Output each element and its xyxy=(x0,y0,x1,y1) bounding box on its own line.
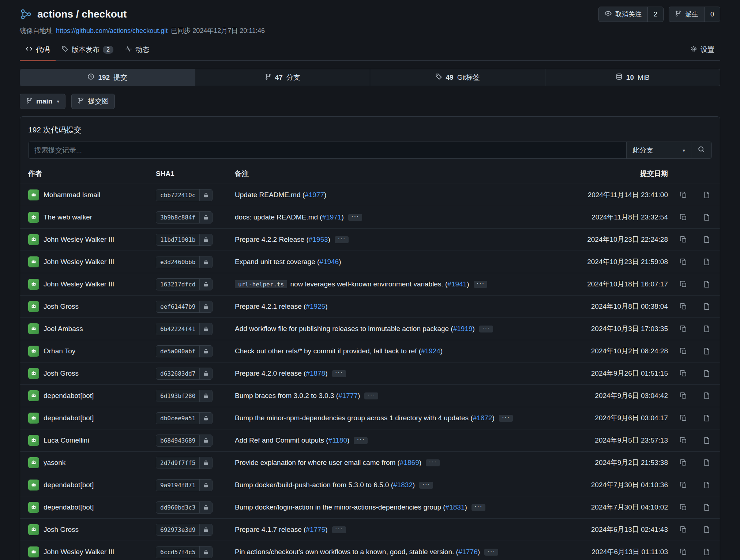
expand-commit-message-button[interactable]: ··· xyxy=(348,214,362,221)
browse-source-icon[interactable] xyxy=(703,392,710,399)
pr-link[interactable]: #1925 xyxy=(306,302,325,310)
commit-author[interactable]: yasonk xyxy=(28,457,156,468)
tab-releases[interactable]: 版本发布 2 xyxy=(56,40,119,61)
copy-sha-icon[interactable] xyxy=(680,481,687,489)
commit-author[interactable]: dependabot[bot] xyxy=(28,502,156,513)
commit-author[interactable]: John Wesley Walker III xyxy=(28,256,156,267)
browse-source-icon[interactable] xyxy=(703,325,710,332)
pr-link[interactable]: #1777 xyxy=(338,392,358,399)
commit-sha-badge[interactable]: e3d2460bbb xyxy=(156,256,213,268)
browse-source-icon[interactable] xyxy=(703,504,710,511)
commit-sha-badge[interactable]: cbb722410c xyxy=(156,189,213,201)
commit-sha-badge[interactable]: eef61447b9 xyxy=(156,301,213,313)
commit-sha-badge[interactable]: db0cee9a51 xyxy=(156,412,213,424)
copy-sha-icon[interactable] xyxy=(680,370,687,377)
commit-search-input[interactable] xyxy=(28,142,626,159)
browse-source-icon[interactable] xyxy=(703,459,710,466)
pr-link[interactable]: #1919 xyxy=(453,325,473,332)
copy-sha-icon[interactable] xyxy=(680,459,687,466)
copy-sha-icon[interactable] xyxy=(680,303,687,310)
browse-source-icon[interactable] xyxy=(703,370,710,377)
browse-source-icon[interactable] xyxy=(703,526,710,533)
expand-commit-message-button[interactable]: ··· xyxy=(335,236,349,243)
copy-sha-icon[interactable] xyxy=(680,258,687,266)
pr-link[interactable]: #1941 xyxy=(447,280,467,288)
commit-sha-badge[interactable]: d632683dd7 xyxy=(156,368,213,380)
browse-source-icon[interactable] xyxy=(703,303,710,310)
commit-sha-badge[interactable]: dd960bd3c3 xyxy=(156,501,213,514)
repo-title[interactable]: actions / checkout xyxy=(37,8,127,20)
commit-author[interactable]: dependabot[bot] xyxy=(28,413,156,424)
commit-author[interactable]: dependabot[bot] xyxy=(28,480,156,491)
commit-author[interactable]: John Wesley Walker III xyxy=(28,234,156,245)
tab-activity[interactable]: 动态 xyxy=(119,40,155,61)
commit-sha-badge[interactable]: 3b9b8c884f xyxy=(156,211,213,223)
commit-sha-badge[interactable]: 6b42224f41 xyxy=(156,323,213,335)
commit-sha-badge[interactable]: 6ccd57f4c5 xyxy=(156,546,213,558)
tab-code[interactable]: 代码 xyxy=(20,40,56,61)
commit-author[interactable]: Josh Gross xyxy=(28,524,156,535)
pr-link[interactable]: #1775 xyxy=(306,526,325,533)
browse-source-icon[interactable] xyxy=(703,481,710,489)
unwatch-button[interactable]: 取消关注 xyxy=(599,7,647,22)
commit-sha-badge[interactable]: 9a9194f871 xyxy=(156,479,213,491)
commit-author[interactable]: Josh Gross xyxy=(28,368,156,379)
pr-link[interactable]: #1776 xyxy=(458,548,478,556)
commit-author[interactable]: The web walker xyxy=(28,212,156,223)
stat-commits[interactable]: 192 提交 xyxy=(20,69,195,86)
copy-sha-icon[interactable] xyxy=(680,548,687,556)
commit-sha-badge[interactable]: de5a000abf xyxy=(156,345,213,357)
stat-tags[interactable]: 49 Git标签 xyxy=(370,69,545,86)
expand-commit-message-button[interactable]: ··· xyxy=(364,392,378,399)
copy-sha-icon[interactable] xyxy=(680,191,687,199)
copy-sha-icon[interactable] xyxy=(680,236,687,243)
expand-commit-message-button[interactable]: ··· xyxy=(332,526,346,533)
branch-selector[interactable]: main ▾ xyxy=(20,94,65,109)
pr-link[interactable]: #1946 xyxy=(319,258,339,266)
copy-sha-icon[interactable] xyxy=(680,347,687,355)
commit-author[interactable]: Luca Comellini xyxy=(28,435,156,446)
browse-source-icon[interactable] xyxy=(703,191,710,199)
pr-link[interactable]: #1924 xyxy=(421,347,440,355)
expand-commit-message-button[interactable]: ··· xyxy=(499,415,513,422)
pr-link[interactable]: #1831 xyxy=(446,503,465,511)
commit-sha-badge[interactable]: 692973e3d9 xyxy=(156,524,213,536)
browse-source-icon[interactable] xyxy=(703,236,710,243)
commit-graph-button[interactable]: 提交图 xyxy=(71,94,115,109)
pr-link[interactable]: #1977 xyxy=(305,191,324,199)
expand-commit-message-button[interactable]: ··· xyxy=(479,326,493,332)
pr-link[interactable]: #1971 xyxy=(322,213,342,221)
commit-author[interactable]: Josh Gross xyxy=(28,301,156,312)
commit-author[interactable]: dependabot[bot] xyxy=(28,390,156,401)
expand-commit-message-button[interactable]: ··· xyxy=(472,504,485,511)
expand-commit-message-button[interactable]: ··· xyxy=(484,549,498,556)
expand-commit-message-button[interactable]: ··· xyxy=(419,482,433,489)
browse-source-icon[interactable] xyxy=(703,347,710,355)
pr-link[interactable]: #1869 xyxy=(400,459,419,466)
watch-count[interactable]: 2 xyxy=(647,7,663,22)
commit-author[interactable]: Joel Ambass xyxy=(28,323,156,334)
expand-commit-message-button[interactable]: ··· xyxy=(426,459,440,466)
tab-settings[interactable]: 设置 xyxy=(684,40,720,61)
search-button[interactable] xyxy=(691,142,712,159)
browse-source-icon[interactable] xyxy=(703,258,710,266)
commit-sha-badge[interactable]: 6d193bf280 xyxy=(156,390,213,402)
commit-author[interactable]: Orhan Toy xyxy=(28,346,156,357)
fork-button[interactable]: 派生 xyxy=(669,7,704,22)
expand-commit-message-button[interactable]: ··· xyxy=(332,370,346,377)
copy-sha-icon[interactable] xyxy=(680,392,687,399)
commit-author[interactable]: John Wesley Walker III xyxy=(28,546,156,557)
expand-commit-message-button[interactable]: ··· xyxy=(474,281,488,288)
copy-sha-icon[interactable] xyxy=(680,214,687,221)
browse-source-icon[interactable] xyxy=(703,281,710,288)
copy-sha-icon[interactable] xyxy=(680,504,687,511)
commit-sha-badge[interactable]: 2d7d9f7ff5 xyxy=(156,457,213,469)
commit-sha-badge[interactable]: 11bd71901b xyxy=(156,234,213,246)
fork-count[interactable]: 0 xyxy=(704,7,720,22)
browse-source-icon[interactable] xyxy=(703,414,710,422)
expand-commit-message-button[interactable]: ··· xyxy=(354,437,368,444)
pr-link[interactable]: #1953 xyxy=(309,236,328,243)
copy-sha-icon[interactable] xyxy=(680,437,687,444)
browse-source-icon[interactable] xyxy=(703,548,710,556)
commit-sha-badge[interactable]: b684943689 xyxy=(156,435,213,447)
